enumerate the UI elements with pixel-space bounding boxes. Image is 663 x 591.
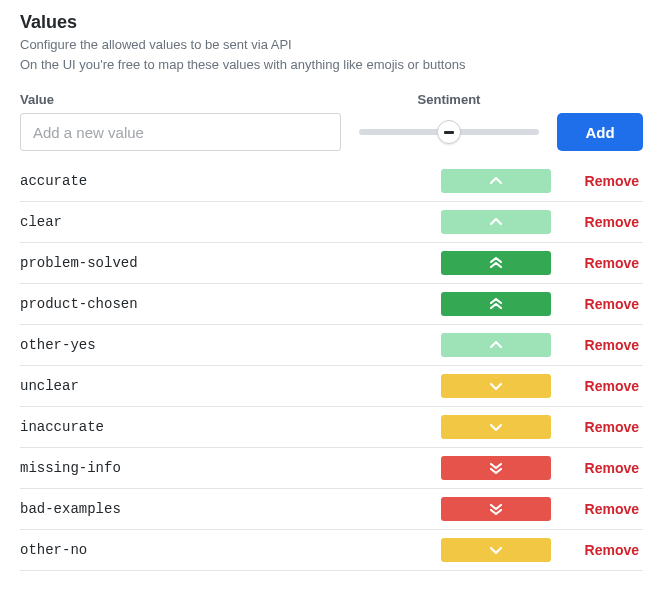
sentiment-badge[interactable] [441, 538, 551, 562]
sentiment-badge[interactable] [441, 169, 551, 193]
double-chevron-up-icon [490, 298, 502, 310]
values-list: accurateRemoveclearRemoveproblem-solvedR… [20, 161, 643, 571]
remove-button[interactable]: Remove [563, 214, 643, 230]
remove-button[interactable]: Remove [563, 460, 643, 476]
value-row: missing-infoRemove [20, 448, 643, 489]
sentiment-badge[interactable] [441, 497, 551, 521]
remove-button[interactable]: Remove [563, 173, 643, 189]
value-name: other-no [20, 542, 429, 558]
minus-icon [444, 131, 454, 134]
slider-thumb[interactable] [437, 120, 461, 144]
remove-button[interactable]: Remove [563, 542, 643, 558]
sentiment-badge[interactable] [441, 251, 551, 275]
double-chevron-up-icon [490, 257, 502, 269]
chevron-up-icon [490, 177, 502, 185]
value-input[interactable] [20, 113, 341, 151]
chevron-down-icon [490, 423, 502, 431]
sentiment-badge[interactable] [441, 292, 551, 316]
double-chevron-down-icon [490, 462, 502, 474]
value-row: other-yesRemove [20, 325, 643, 366]
value-row: accurateRemove [20, 161, 643, 202]
remove-button[interactable]: Remove [563, 501, 643, 517]
value-row: problem-solvedRemove [20, 243, 643, 284]
value-name: clear [20, 214, 429, 230]
value-name: other-yes [20, 337, 429, 353]
remove-button[interactable]: Remove [563, 296, 643, 312]
chevron-down-icon [490, 546, 502, 554]
value-row: clearRemove [20, 202, 643, 243]
page-subtitle-2: On the UI you're free to map these value… [20, 55, 643, 75]
page-subtitle-1: Configure the allowed values to be sent … [20, 35, 643, 55]
remove-button[interactable]: Remove [563, 255, 643, 271]
chevron-up-icon [490, 341, 502, 349]
page-title: Values [20, 12, 643, 33]
sentiment-badge[interactable] [441, 374, 551, 398]
value-name: inaccurate [20, 419, 429, 435]
remove-button[interactable]: Remove [563, 419, 643, 435]
value-name: accurate [20, 173, 429, 189]
value-name: unclear [20, 378, 429, 394]
value-row: bad-examplesRemove [20, 489, 643, 530]
sentiment-badge[interactable] [441, 333, 551, 357]
value-name: problem-solved [20, 255, 429, 271]
value-name: bad-examples [20, 501, 429, 517]
sentiment-label: Sentiment [359, 92, 539, 107]
add-value-form: Value Sentiment . Add [20, 92, 643, 151]
value-row: inaccurateRemove [20, 407, 643, 448]
double-chevron-down-icon [490, 503, 502, 515]
value-name: missing-info [20, 460, 429, 476]
sentiment-badge[interactable] [441, 210, 551, 234]
value-row: other-noRemove [20, 530, 643, 571]
sentiment-slider[interactable] [359, 113, 539, 151]
chevron-up-icon [490, 218, 502, 226]
value-label: Value [20, 92, 341, 107]
sentiment-badge[interactable] [441, 456, 551, 480]
value-row: product-chosenRemove [20, 284, 643, 325]
chevron-down-icon [490, 382, 502, 390]
sentiment-badge[interactable] [441, 415, 551, 439]
add-button[interactable]: Add [557, 113, 643, 151]
value-name: product-chosen [20, 296, 429, 312]
value-row: unclearRemove [20, 366, 643, 407]
remove-button[interactable]: Remove [563, 378, 643, 394]
remove-button[interactable]: Remove [563, 337, 643, 353]
